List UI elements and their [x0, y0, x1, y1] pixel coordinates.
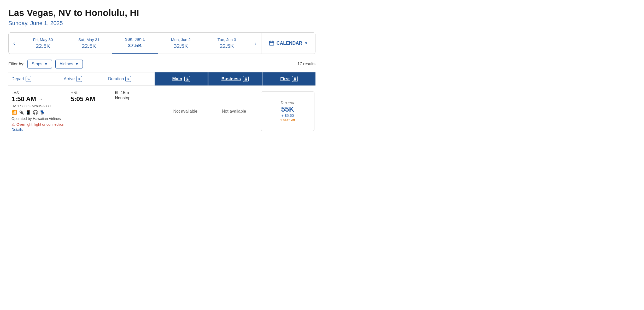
- prev-date-button[interactable]: ‹: [9, 33, 20, 54]
- cabin-headers: Main ⇅ Business ⇅ First ⇅: [155, 72, 315, 85]
- col-duration-header: Duration ⇅: [105, 72, 155, 85]
- filter-by-label: Filter by:: [8, 62, 24, 66]
- overnight-text: Overnight flight or connection: [16, 122, 64, 127]
- date-label-sun-jun1: Sun, Jun 1: [125, 37, 145, 41]
- calendar-label: CALENDAR: [277, 41, 302, 46]
- svg-rect-0: [270, 41, 274, 45]
- date-options: Fri, May 30 22.5K Sat, May 31 22.5K Sun,…: [20, 33, 250, 54]
- main-cabin-cell: Not available: [161, 90, 209, 132]
- main-cabin-header[interactable]: Main ⇅: [155, 72, 208, 85]
- date-label-fri-may30: Fri, May 30: [33, 37, 53, 42]
- filter-bar: Filter by: Stops ▼ Airlines ▼ 17 results: [8, 60, 315, 68]
- airlines-filter-label: Airlines: [60, 62, 73, 66]
- headset-icon: 🎧: [33, 110, 38, 115]
- stops-dropdown-icon: ▼: [44, 62, 48, 66]
- duration-sort-icon[interactable]: ⇅: [125, 76, 131, 82]
- amenities: 📶 🔌 📱 🎧 💺: [11, 110, 64, 115]
- date-option-sat-may31[interactable]: Sat, May 31 22.5K: [66, 33, 112, 54]
- main-sort-icon[interactable]: ⇅: [184, 76, 190, 82]
- flight-depart: LAS 1:50 AM → HA 17 ▪ 332-Airbus A330 📶 …: [8, 90, 67, 132]
- flight-arrow-icon: →: [38, 96, 43, 102]
- calendar-dropdown-icon: ▼: [305, 41, 308, 45]
- depart-airport-code: LAS: [11, 90, 64, 95]
- date-label-mon-jun2: Mon, Jun 2: [171, 37, 191, 42]
- depart-label: Depart: [11, 77, 24, 81]
- col-arrive-header: Arrive ⇅: [61, 72, 105, 85]
- details-link[interactable]: Details: [11, 128, 23, 132]
- main-label: Main: [172, 76, 182, 82]
- first-cabin-header[interactable]: First ⇅: [262, 72, 315, 85]
- date-price-sun-jun1: 37.5K: [128, 42, 142, 49]
- date-label-tue-jun3: Tue, Jun 3: [218, 37, 236, 42]
- aircraft-type: 332-Airbus A330: [24, 104, 51, 108]
- first-price-seats: 1 seat left: [280, 118, 295, 122]
- table-row: LAS 1:50 AM → HA 17 ▪ 332-Airbus A330 📶 …: [8, 85, 315, 135]
- calendar-icon: [269, 40, 274, 46]
- col-depart-header: Depart ⇅: [8, 72, 61, 85]
- arrive-time: 5:05 AM: [71, 95, 109, 103]
- date-price-fri-may30: 22.5K: [36, 43, 50, 49]
- date-option-tue-jun3[interactable]: Tue, Jun 3 22.5K: [204, 33, 250, 54]
- first-sort-icon[interactable]: ⇅: [292, 76, 298, 82]
- page-subtitle: Sunday, June 1, 2025: [8, 20, 315, 27]
- stops-filter-button[interactable]: Stops ▼: [27, 60, 52, 68]
- stops-value: Nonstop: [115, 96, 158, 100]
- duration-value: 6h 15m: [115, 90, 158, 95]
- airlines-filter-button[interactable]: Airlines ▼: [55, 60, 83, 68]
- business-availability: Not available: [222, 109, 246, 114]
- first-price-box[interactable]: One way 55K + $5.60 1 seat left: [261, 91, 314, 131]
- arrive-label: Arrive: [64, 77, 75, 81]
- video-icon: 📱: [26, 110, 31, 115]
- arrive-sort-icon[interactable]: ⇅: [76, 76, 82, 82]
- main-availability: Not available: [173, 109, 198, 114]
- depart-time-value: 1:50 AM: [11, 95, 36, 103]
- date-price-tue-jun3: 22.5K: [220, 43, 234, 49]
- business-cabin-cell: Not available: [210, 90, 258, 132]
- page-title: Las Vegas, NV to Honolulu, HI: [8, 7, 315, 18]
- overnight-warning: ⚠ Overnight flight or connection: [11, 122, 64, 127]
- date-option-mon-jun2[interactable]: Mon, Jun 2 32.5K: [158, 33, 204, 54]
- duration-label: Duration: [108, 77, 124, 81]
- operated-by: Operated by Hawaiian Airlines: [11, 117, 64, 121]
- business-label: Business: [221, 76, 241, 82]
- next-date-button[interactable]: ›: [250, 33, 261, 54]
- arrive-airport-code: HNL: [71, 90, 109, 95]
- seat-icon: 💺: [40, 110, 45, 115]
- cabin-cells: Not available Not available One way 55K …: [161, 90, 315, 132]
- business-sort-icon[interactable]: ⇅: [243, 76, 249, 82]
- depart-sort-icon[interactable]: ⇅: [26, 76, 31, 82]
- business-cabin-header[interactable]: Business ⇅: [208, 72, 261, 85]
- date-option-sun-jun1[interactable]: Sun, Jun 1 37.5K: [112, 33, 158, 54]
- warning-icon: ⚠: [11, 122, 15, 127]
- date-bar: ‹ Fri, May 30 22.5K Sat, May 31 22.5K Su…: [8, 32, 315, 54]
- results-count: 17 results: [297, 62, 315, 66]
- airlines-dropdown-icon: ▼: [75, 62, 79, 66]
- filter-left: Filter by: Stops ▼ Airlines ▼: [8, 60, 83, 68]
- column-headers: Depart ⇅ Arrive ⇅ Duration ⇅ Main ⇅ Busi…: [8, 72, 315, 85]
- flight-number-aircraft: HA 17 ▪ 332-Airbus A330: [11, 104, 64, 108]
- arrive-time-value: 5:05 AM: [71, 95, 95, 103]
- depart-time: 1:50 AM →: [11, 95, 64, 103]
- first-label: First: [280, 76, 290, 82]
- wifi-icon: 📶: [11, 110, 17, 115]
- flight-number: HA 17: [11, 104, 21, 108]
- stops-filter-label: Stops: [32, 62, 42, 66]
- first-price-label: One way: [281, 100, 295, 104]
- date-option-fri-may30[interactable]: Fri, May 30 22.5K: [20, 33, 66, 54]
- first-price-amount: 55K: [281, 105, 294, 113]
- first-price-tax: + $5.60: [282, 113, 294, 118]
- calendar-button[interactable]: CALENDAR ▼: [261, 33, 315, 54]
- date-price-sat-may31: 22.5K: [82, 43, 96, 49]
- flight-duration: 6h 15m Nonstop: [112, 90, 161, 132]
- power-icon: 🔌: [19, 110, 24, 115]
- date-price-mon-jun2: 32.5K: [174, 43, 188, 49]
- date-label-sat-may31: Sat, May 31: [78, 37, 99, 42]
- flight-arrive: HNL 5:05 AM: [67, 90, 112, 132]
